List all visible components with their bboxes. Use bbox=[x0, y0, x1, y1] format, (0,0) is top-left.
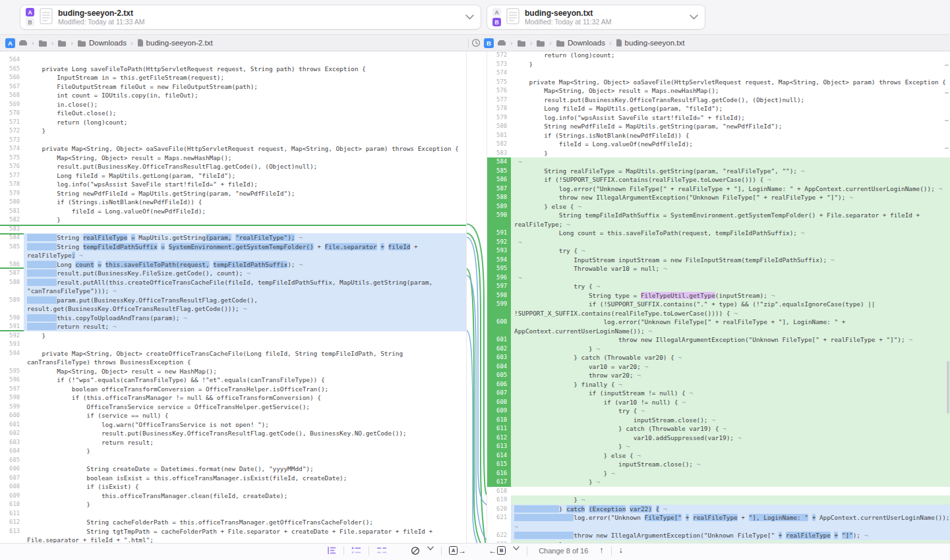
code-line[interactable]: 582 } bbox=[0, 215, 466, 225]
code-line[interactable]: 583 } bbox=[487, 149, 950, 158]
code-line[interactable]: 573 bbox=[0, 136, 466, 145]
code-line[interactable]: 595 Map<String, Object> result = new Has… bbox=[0, 367, 466, 376]
code-line[interactable]: 604 } bbox=[0, 447, 466, 456]
breadcrumb-item[interactable] bbox=[57, 40, 67, 47]
code-line[interactable]: 592 } bbox=[0, 331, 466, 341]
code-line[interactable]: 578 Long fileId = MapUtils.getLong(param… bbox=[487, 104, 950, 113]
code-line[interactable]: 594 private Map<String, Object> createOf… bbox=[0, 349, 466, 367]
chevron-down-icon[interactable] bbox=[465, 14, 474, 20]
code-line[interactable]: 578 log.info("wpsAssist SaveFile start!f… bbox=[0, 180, 466, 189]
next-change-button[interactable]: ↓ bbox=[619, 546, 623, 555]
code-line[interactable]: 607 if (inputStream != null) { ¬ bbox=[487, 389, 950, 398]
code-line[interactable]: 597 boolean officeTransformConversion = … bbox=[0, 385, 466, 394]
code-line[interactable]: 623 } ¬ bbox=[487, 540, 950, 544]
code-line[interactable]: 586 Long count = this.saveFileToPath(req… bbox=[0, 260, 466, 269]
code-line[interactable]: 580 String newPdfFileId = MapUtils.getSt… bbox=[487, 122, 950, 131]
code-line[interactable]: 579 log.info("wpsAssist SaveFile start!f… bbox=[487, 113, 950, 123]
code-line[interactable]: 620 } catch (Exception var22) { ¬ bbox=[487, 505, 950, 514]
code-line[interactable]: 601 log.warn("OfficeTransService is not … bbox=[0, 420, 466, 430]
code-line[interactable]: 612 String cacheFolderPath = this.office… bbox=[0, 518, 466, 527]
code-line[interactable]: 617 } ¬ bbox=[487, 478, 950, 487]
code-line[interactable]: 565 private Long saveFileToPath(HttpServ… bbox=[0, 65, 466, 74]
blocks-layout-icon[interactable] bbox=[376, 546, 387, 555]
code-line[interactable]: 589 param.put(BusinessKey.OfficeTransRes… bbox=[0, 296, 466, 314]
code-line[interactable]: 606 String createDate = Datetimes.format… bbox=[0, 464, 466, 474]
breadcrumb-item[interactable]: buding-seeyon.txt bbox=[616, 39, 685, 47]
right-scrollbar-thumb[interactable] bbox=[947, 361, 949, 414]
code-line[interactable]: 615 inputStream.close(); ¬ bbox=[487, 460, 950, 469]
left-code-pane[interactable]: 564565 private Long saveFileToPath(HttpS… bbox=[0, 51, 467, 543]
code-line[interactable]: 587 log.error("Unknown FileType[" + real… bbox=[487, 184, 950, 194]
right-code-pane[interactable]: 572 return (long)count;573 }574575 priva… bbox=[487, 51, 950, 543]
code-line[interactable]: 616 } ¬ bbox=[487, 469, 950, 478]
code-line[interactable]: 588 result.putAll(this.createOfficeTrans… bbox=[0, 278, 466, 296]
breadcrumb-item[interactable] bbox=[536, 40, 545, 47]
code-line[interactable]: 585 String realFileType = MapUtils.getSt… bbox=[487, 167, 950, 176]
breadcrumb-item[interactable] bbox=[38, 40, 47, 47]
code-line[interactable]: 606 } finally { ¬ bbox=[487, 380, 950, 389]
code-line[interactable]: 589 } else { ¬ bbox=[487, 202, 950, 211]
chevron-down-icon[interactable] bbox=[690, 14, 698, 20]
code-line[interactable]: 619 } ¬ bbox=[487, 495, 950, 505]
chevron-down-icon[interactable] bbox=[427, 546, 434, 551]
code-line[interactable]: 591 return result; ¬ bbox=[0, 322, 466, 331]
code-line[interactable]: 585 String tempFileIdPathSuffix = System… bbox=[0, 242, 466, 260]
code-line[interactable]: 584 ¬ bbox=[487, 157, 950, 167]
code-line[interactable]: 568 int count = IOUtils.copy(in, fileOut… bbox=[0, 91, 466, 100]
code-line[interactable]: 605 throw var20; ¬ bbox=[487, 371, 950, 380]
code-line[interactable]: 596 if (!"wps".equals(canTransFileType) … bbox=[0, 376, 466, 385]
code-line[interactable]: 612 var10.addSuppressed(var19); ¬ bbox=[487, 434, 950, 443]
code-line[interactable]: 621 log.error("Unknown FileType[" + real… bbox=[487, 513, 950, 531]
code-line[interactable]: 594 InputStream inputStream = new FileIn… bbox=[487, 256, 950, 265]
code-line[interactable]: 610 } bbox=[0, 500, 466, 509]
change-marker-tick[interactable] bbox=[945, 148, 949, 149]
code-line[interactable]: 611 } catch (Throwable var19) { ¬ bbox=[487, 424, 950, 434]
breadcrumb-item[interactable] bbox=[497, 40, 506, 47]
file-card-b[interactable]: A B buding-seeyon.txt Modified: Today at… bbox=[487, 5, 705, 30]
code-line[interactable]: 573 } bbox=[487, 60, 950, 69]
code-line[interactable]: 593 bbox=[0, 340, 466, 349]
code-line[interactable]: 604 var10 = var20; ¬ bbox=[487, 362, 950, 372]
breadcrumb-item[interactable] bbox=[18, 40, 28, 47]
code-line[interactable]: 581 if (Strings.isNotBlank(newPdfFileId)… bbox=[487, 131, 950, 140]
code-line[interactable]: 614 } else { ¬ bbox=[487, 451, 950, 461]
breadcrumb-item[interactable] bbox=[517, 40, 526, 47]
copy-a-to-b-button[interactable]: A→ bbox=[449, 546, 467, 555]
code-line[interactable]: 593 try { ¬ bbox=[487, 246, 950, 256]
code-line[interactable]: 588 throw new IllegalArgumentException("… bbox=[487, 193, 950, 202]
code-line[interactable]: 575 private Map<String, Object> oaSaveFi… bbox=[487, 78, 950, 87]
code-line[interactable]: 603 return result; bbox=[0, 438, 466, 447]
change-marker-tick[interactable] bbox=[945, 120, 949, 121]
code-line[interactable]: 580 if (Strings.isNotBlank(newPdfFileId)… bbox=[0, 198, 466, 207]
unified-layout-icon[interactable] bbox=[351, 546, 361, 555]
code-line[interactable]: 601 throw new IllegalArgumentException("… bbox=[487, 335, 950, 345]
breadcrumb-item[interactable]: Downloads bbox=[77, 39, 127, 47]
code-line[interactable]: 590 String tempFileIdPathSuffix = System… bbox=[487, 211, 950, 229]
breadcrumb-item[interactable]: buding-seeyon-2.txt bbox=[137, 39, 213, 47]
code-line[interactable]: 600 log.error("Unknown FileType[" + real… bbox=[487, 318, 950, 335]
code-line[interactable]: 595 Throwable var10 = null; ¬ bbox=[487, 264, 950, 273]
text-layout-icon[interactable] bbox=[327, 546, 336, 555]
code-line[interactable]: 567 FileOutputStream fileOut = new FileO… bbox=[0, 82, 466, 92]
copy-b-to-a-button[interactable]: ←B bbox=[488, 546, 506, 555]
code-line[interactable]: 605 bbox=[0, 456, 466, 465]
code-line[interactable]: 599 OfficeTransService service = OfficeT… bbox=[0, 403, 466, 412]
code-line[interactable]: 602 result.put(BusinessKey.OfficeTransRe… bbox=[0, 429, 466, 438]
code-line[interactable]: 600 if (service == null) { bbox=[0, 411, 466, 420]
code-line[interactable]: 569 in.close(); bbox=[0, 100, 466, 109]
code-line[interactable]: 599 if (!SUPPORT_SUFFIX.contains("." + t… bbox=[487, 300, 950, 318]
code-line[interactable]: 609 this.officeTransManager.clean(fileId… bbox=[0, 491, 466, 501]
code-line[interactable]: 610 inputStream.close(); ¬ bbox=[487, 416, 950, 425]
code-line[interactable]: 607 boolean isExist = this.officeTransMa… bbox=[0, 474, 466, 483]
code-line[interactable]: 591 Long count = this.saveFileToPath(req… bbox=[487, 229, 950, 238]
change-marker-tick[interactable] bbox=[945, 65, 949, 66]
code-line[interactable]: 566 InputStream in = this.getFileStream(… bbox=[0, 73, 466, 82]
code-line[interactable]: 618 bbox=[487, 487, 950, 496]
breadcrumb-item[interactable]: Downloads bbox=[556, 39, 605, 47]
chevron-down-icon[interactable] bbox=[513, 546, 520, 551]
history-icon[interactable] bbox=[471, 38, 481, 47]
code-line[interactable]: 598 if (this.officeTransManager != null … bbox=[0, 393, 466, 403]
code-line[interactable]: 579 String newPdfFileId = MapUtils.getSt… bbox=[0, 189, 466, 198]
ignore-changes-icon[interactable] bbox=[411, 546, 420, 555]
code-line[interactable]: 598 String type = FileTypeUtil.getType(i… bbox=[487, 291, 950, 300]
